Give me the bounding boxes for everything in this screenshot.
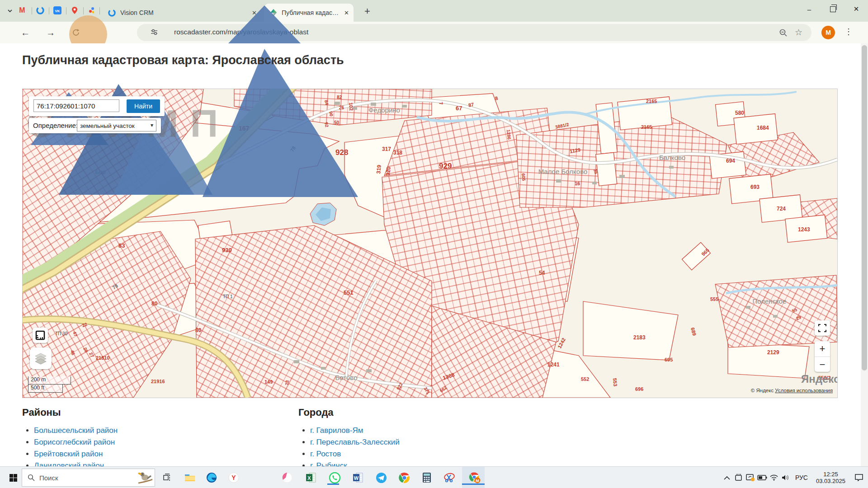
snipping-tool-icon[interactable] <box>442 470 457 485</box>
find-button[interactable]: Найти <box>127 99 160 113</box>
map-label: 54 <box>539 270 545 276</box>
window-close-button[interactable]: ✕ <box>844 0 868 18</box>
task-view-button[interactable] <box>160 470 175 485</box>
section-link[interactable]: Брейтовский район <box>34 450 103 458</box>
map-label: 2165 <box>646 99 657 104</box>
map-label: 2183 <box>633 334 646 341</box>
address-bar[interactable]: roscadaster.com/map/yaroslavskaya-oblast… <box>137 24 811 41</box>
map-label: 580 <box>735 110 744 116</box>
map-label: 695 <box>665 357 673 362</box>
tray-date: 03.03.2025 <box>816 478 845 484</box>
running-indicator <box>462 483 485 485</box>
word-icon[interactable]: W <box>351 470 365 485</box>
window-minimize-button[interactable]: – <box>797 0 821 18</box>
new-tab-button[interactable]: + <box>362 6 373 16</box>
tray-expand-icon[interactable] <box>721 467 733 488</box>
cadastre-search-input[interactable] <box>33 99 119 112</box>
bookmark-star-icon[interactable]: ☆ <box>795 27 802 38</box>
layers-button[interactable] <box>30 347 52 369</box>
map-label: 930 <box>222 247 232 253</box>
tablet-mode-icon[interactable] <box>733 467 745 488</box>
section-link[interactable]: г. Ростов <box>310 450 341 458</box>
tab-vision-crm[interactable]: Vision CRM ✕ <box>103 4 262 22</box>
map-label: 83 <box>118 242 125 249</box>
map-label: 167 <box>239 125 250 132</box>
filter-label: Определение: <box>33 122 78 129</box>
pinned-tab-vision-icon[interactable] <box>35 5 45 15</box>
taskbar-search-box[interactable]: Поиск <box>22 469 155 487</box>
measure-tool-button[interactable] <box>33 328 48 343</box>
reload-button[interactable] <box>69 25 83 40</box>
excel-icon[interactable]: X <box>304 470 318 485</box>
battery-icon[interactable] <box>756 467 768 488</box>
scrollbar-thumb[interactable] <box>862 45 867 371</box>
section-link[interactable]: г. Гаврилов-Ям <box>310 426 363 435</box>
profile-avatar[interactable]: M <box>821 26 835 39</box>
action-center-icon[interactable] <box>850 467 868 488</box>
file-explorer-icon[interactable] <box>183 470 197 485</box>
url-text: roscadaster.com/map/yaroslavskaya-oblast <box>174 28 308 36</box>
section-heading: Города <box>298 407 400 418</box>
yandex-browser-icon[interactable]: Y <box>226 470 241 485</box>
tab-cadastre-active[interactable]: Публичная кадастровая карта ✕ <box>264 4 354 22</box>
whatsapp-icon[interactable] <box>327 470 342 485</box>
map-label: 2165 <box>641 124 652 130</box>
map-label: 319 <box>375 164 382 174</box>
map-label: 724 <box>777 206 786 212</box>
object-type-select[interactable]: земельный участок ▾ <box>77 120 156 131</box>
tab-title: Публичная кадастровая карта <box>282 9 340 16</box>
wifi-icon[interactable] <box>768 467 780 488</box>
tab-search-button[interactable] <box>3 4 17 18</box>
section-link[interactable]: г. Переславль-Залесский <box>310 438 400 446</box>
pink-swirl-app-icon[interactable] <box>280 470 294 485</box>
start-button[interactable] <box>5 467 22 488</box>
window-restore-button[interactable] <box>821 0 844 18</box>
back-button[interactable]: ← <box>18 25 33 40</box>
browser-menu-icon[interactable]: ⋮ <box>844 27 853 37</box>
map-search-panel: Найти <box>29 96 165 116</box>
list-item: Большесельский район <box>34 425 118 436</box>
page-scrollbar[interactable] <box>861 43 868 466</box>
svg-text:Y: Y <box>231 474 236 481</box>
fullscreen-button[interactable] <box>815 320 830 336</box>
language-indicator[interactable]: РУС <box>795 474 808 481</box>
site-info-icon[interactable] <box>150 28 159 38</box>
zoom-page-icon[interactable] <box>779 28 788 39</box>
chevron-down-icon <box>7 8 13 14</box>
fullscreen-icon <box>818 324 826 332</box>
chrome-profile-icon[interactable]: M <box>467 470 482 485</box>
chrome-icon[interactable] <box>397 470 411 485</box>
calculator-icon[interactable] <box>420 470 434 485</box>
zoom-out-button[interactable]: − <box>815 357 830 372</box>
volume-icon[interactable] <box>780 467 792 488</box>
cadastre-map[interactable]: 1676792892931731831932010287878393055154… <box>22 89 838 398</box>
tray-clock[interactable]: 12:25 03.03.2025 <box>816 471 845 484</box>
pinned-tab-dots-icon[interactable] <box>87 5 97 15</box>
map-label: 80 <box>151 300 158 307</box>
map-canvas[interactable]: 1676792892931731831932010287878393055154… <box>23 89 837 398</box>
map-label: Малое Болково <box>538 168 588 175</box>
map-label: 102 <box>348 102 354 111</box>
terms-link[interactable]: Условия использования <box>775 388 833 393</box>
map-label: 1241 <box>547 361 560 368</box>
section-link[interactable]: Борисоглебский район <box>34 438 115 446</box>
map-label: 73 <box>284 380 290 385</box>
forward-button[interactable]: → <box>43 25 58 40</box>
section-link[interactable]: Большесельский район <box>34 426 118 435</box>
search-highlight-bird-icon[interactable] <box>137 469 153 486</box>
tab-close-icon[interactable]: ✕ <box>252 9 257 16</box>
map-label: 1286 <box>506 129 512 140</box>
map-label: Ботово <box>335 374 357 381</box>
display-cast-icon[interactable] <box>745 467 756 488</box>
yandex-logo[interactable]: Яндекс <box>801 373 838 385</box>
pinned-tab-vk-icon[interactable]: VK <box>52 5 62 15</box>
windows-logo-icon <box>9 474 17 482</box>
pinned-tab-gmail-icon[interactable]: M <box>17 5 27 15</box>
edge-browser-icon[interactable] <box>204 470 219 485</box>
tab-close-icon[interactable]: ✕ <box>344 9 349 16</box>
tab-separator <box>99 7 100 14</box>
telegram-icon[interactable] <box>374 470 388 485</box>
page-title: Публичная кадастровая карта: Ярославская… <box>22 53 344 67</box>
zoom-in-button[interactable]: + <box>815 341 830 357</box>
pinned-tab-maps-icon[interactable] <box>70 5 80 15</box>
